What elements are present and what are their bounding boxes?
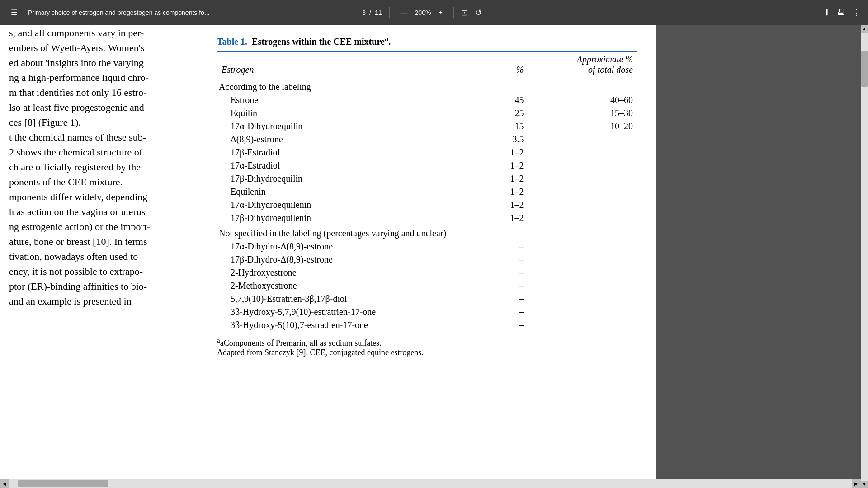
hydroxyestrone-2-approx (528, 266, 637, 279)
col-percent-header: % (491, 51, 528, 78)
left-text-line-11: ponents of the CEE mixture. (9, 174, 199, 189)
table-row: 17α-Estradiol 1–2 (217, 159, 637, 172)
hydroxyestrone-2-pct: – (491, 266, 528, 279)
left-text-line-18: ptor (ER)-binding affinities to bio- (9, 279, 199, 294)
table-title: Table 1. Estrogens within the CEE mixtur… (217, 34, 637, 47)
hydroxy-estradien-name: 3β-Hydroxy-5(10),7-estradien-17-one (217, 319, 491, 332)
estrone-approx: 40–60 (528, 94, 637, 107)
left-text-line-16: tivation, nowadays often used to (9, 249, 199, 264)
hydroxyestrone-2-name: 2-Hydroxyestrone (217, 266, 491, 279)
table-row: 17β-Dihydroequilin 1–2 (217, 172, 637, 185)
delta89-estrone-approx (528, 133, 637, 146)
dihydro-delta89-17b-approx (528, 253, 637, 266)
scroll-track[interactable] (9, 479, 852, 488)
download-button[interactable]: ⬇ (823, 8, 830, 18)
equilenin-name: Equilenin (217, 185, 491, 198)
zoom-controls: — 200% + (397, 7, 446, 19)
dihydroequilin-17a-approx: 10–20 (528, 120, 637, 133)
zoom-out-button[interactable]: — (397, 7, 411, 19)
table-column: Table 1. Estrogens within the CEE mixtur… (208, 25, 656, 488)
page-total: 11 (375, 9, 382, 16)
scroll-thumb[interactable] (18, 480, 108, 487)
estradiol-17a-pct: 1–2 (491, 159, 528, 172)
dihydro-delta89-17b-pct: – (491, 253, 528, 266)
table-row: 17α-Dihydroequilenin 1–2 (217, 198, 637, 211)
equilin-approx: 15–30 (528, 107, 637, 120)
print-button[interactable]: 🖶 (837, 8, 845, 17)
left-text-line-1: s, and all components vary in per- (9, 25, 199, 40)
table-row: 17α-Dihydro-Δ(8,9)-estrone – (217, 240, 637, 253)
dihydroequilin-17b-approx (528, 172, 637, 185)
equilin-pct: 25 (491, 107, 528, 120)
table-row: 17α-Dihydroequilin 15 10–20 (217, 120, 637, 133)
left-text-line-15: ature, bone or breast [10]. In terms (9, 234, 199, 249)
toolbar: ☰ Primary choice of estrogen and progest… (0, 0, 868, 25)
table-row: 2-Hydroxyestrone – (217, 266, 637, 279)
estrone-name: Estrone (217, 94, 491, 107)
estratrien-approx (528, 292, 637, 305)
scrollbar-track[interactable] (861, 33, 868, 481)
dihydroequilin-17a-pct: 15 (491, 120, 528, 133)
scroll-right-arrow[interactable]: ▶ (852, 479, 861, 488)
dihydroequilenin-17a-pct: 1–2 (491, 198, 528, 211)
col-estrogen-header: Estrogen (217, 51, 491, 78)
scroll-left-arrow[interactable]: ◀ (0, 479, 9, 488)
table-row: 17β-Dihydroequilenin 1–2 (217, 211, 637, 225)
dihydroequilin-17b-name: 17β-Dihydroequilin (217, 172, 491, 185)
equilenin-approx (528, 185, 637, 198)
left-text-line-7: ces [8] (Figure 1). (9, 115, 199, 130)
page-info: 3 / 11 (362, 9, 382, 16)
equilin-name: Equilin (217, 107, 491, 120)
pdf-page: s, and all components vary in per- ember… (0, 25, 656, 488)
col-approx-header: Approximate % of total dose (528, 51, 637, 78)
dihydro-delta89-17a-pct: – (491, 240, 528, 253)
left-text-line-3: ed about 'insights into the varying (9, 55, 199, 70)
more-button[interactable]: ⋮ (853, 8, 861, 18)
divider2 (453, 7, 454, 18)
footnote-superscript: a (217, 337, 220, 344)
left-text-column: s, and all components vary in per- ember… (0, 25, 208, 488)
section1-header-cell: According to the labeling (217, 78, 637, 94)
page-separator: / (369, 9, 371, 16)
delta89-estrone-name: Δ(8,9)-estrone (217, 133, 491, 146)
col-approx-line1: Approximate % (577, 54, 633, 64)
hydroxy-estradien-approx (528, 319, 637, 332)
bottom-scrollbar[interactable]: ◀ ▶ (0, 479, 861, 488)
zoom-level: 200% (415, 9, 431, 16)
rotate-button[interactable]: ↺ (475, 8, 482, 18)
left-text-line-14: ng estrogenic action) or the import- (9, 219, 199, 234)
scrollbar-up-button[interactable]: ▲ (861, 25, 868, 33)
estradiol-17b-name: 17β-Estradiol (217, 146, 491, 159)
estradiol-17a-approx (528, 159, 637, 172)
zoom-in-button[interactable]: + (434, 7, 446, 19)
left-text-line-4: ng a high-performance liquid chro- (9, 70, 199, 85)
section2-header-cell: Not specified in the labeling (percentag… (217, 225, 637, 240)
estratrien-name: 5,7,9(10)-Estratrien-3β,17β-diol (217, 292, 491, 305)
table-row: 3β-Hydroxy-5,7,9(10)-estratrien-17-one – (217, 305, 637, 319)
table-row-last: 3β-Hydroxy-5(10),7-estradien-17-one – (217, 319, 637, 332)
right-scrollbar[interactable]: ▲ ▼ (861, 25, 868, 488)
hydroxy-estradien-pct: – (491, 319, 528, 332)
scrollbar-down-button[interactable]: ▼ (861, 481, 868, 488)
dihydro-delta89-17b-name: 17β-Dihydro-Δ(8,9)-estrone (217, 253, 491, 266)
menu-icon: ☰ (11, 9, 17, 16)
left-text-line-6: lso at least five progestogenic and (9, 100, 199, 115)
left-text-line-5: m that identifies not only 16 estro- (9, 85, 199, 100)
dihydroequilenin-17b-approx (528, 211, 637, 225)
estradiol-17b-pct: 1–2 (491, 146, 528, 159)
fit-page-button[interactable]: ⊡ (461, 8, 468, 18)
menu-button[interactable]: ☰ (7, 6, 21, 19)
equilenin-pct: 1–2 (491, 185, 528, 198)
methoxyestrone-2-name: 2-Methoxyestrone (217, 279, 491, 292)
dihydro-delta89-17a-name: 17α-Dihydro-Δ(8,9)-estrone (217, 240, 491, 253)
page-wrapper: s, and all components vary in per- ember… (0, 25, 861, 488)
hydroxy-estratrien-approx (528, 305, 637, 319)
table-row: Estrone 45 40–60 (217, 94, 637, 107)
dihydroequilin-17a-name: 17α-Dihydroequilin (217, 120, 491, 133)
table-description: Estrogens within the CEE mixturea. (250, 37, 391, 47)
table-label: Table 1. (217, 37, 247, 47)
scrollbar-thumb[interactable] (861, 51, 868, 87)
col-approx-line2: of total dose (588, 65, 633, 75)
content-area: s, and all components vary in per- ember… (0, 25, 868, 488)
left-text-line-17: ency, it is not possible to extrapo- (9, 264, 199, 279)
